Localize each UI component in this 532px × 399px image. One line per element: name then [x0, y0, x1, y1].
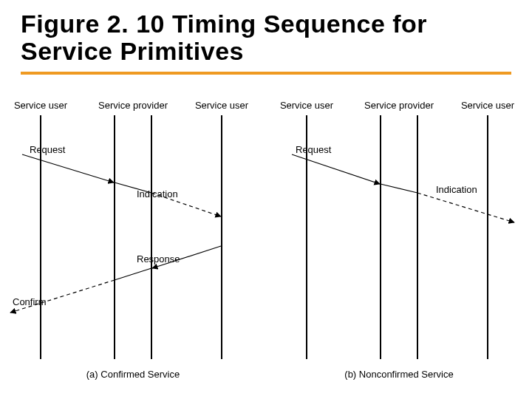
svg-line-4 — [22, 154, 114, 183]
svg-line-6 — [151, 193, 221, 216]
svg-line-15 — [381, 184, 417, 193]
svg-line-8 — [115, 268, 151, 280]
diagram-area: Service user Service provider Service us… — [0, 75, 532, 399]
page-title: Figure 2. 10 Timing Sequence for Service… — [0, 0, 532, 72]
svg-line-14 — [292, 154, 380, 184]
svg-line-7 — [152, 246, 221, 268]
svg-line-9 — [10, 280, 115, 313]
svg-line-5 — [115, 183, 151, 193]
diagram-svg — [0, 75, 532, 399]
svg-line-16 — [417, 193, 514, 222]
